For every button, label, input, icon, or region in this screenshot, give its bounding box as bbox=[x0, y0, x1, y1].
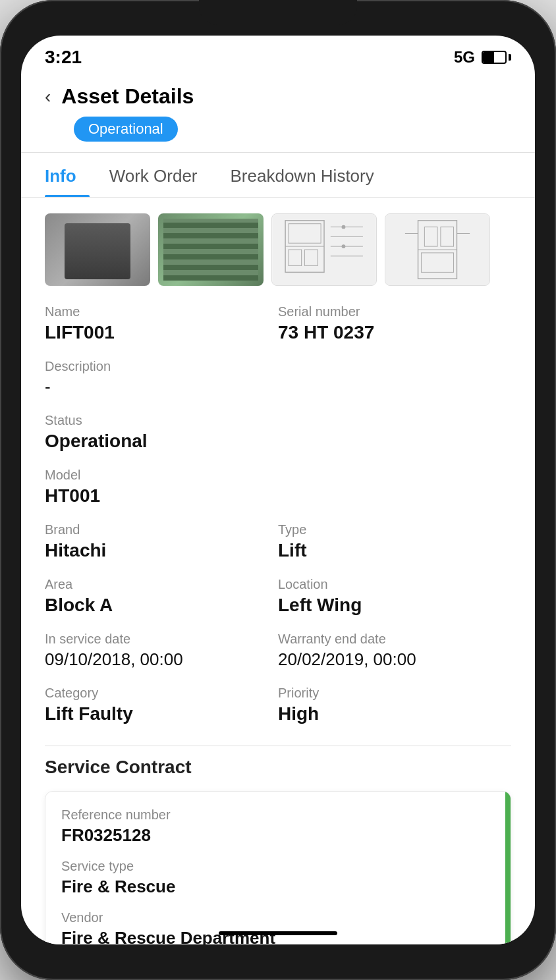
phone-frame: 3:21 5G ‹ Asset Details Operational bbox=[0, 0, 556, 980]
asset-image-diagram1[interactable] bbox=[271, 213, 377, 286]
field-brand: Brand Hitachi bbox=[45, 522, 278, 561]
service-contract-card: Reference number FR0325128 Service type … bbox=[45, 791, 511, 944]
field-status: Status Operational bbox=[45, 413, 511, 452]
back-button[interactable]: ‹ bbox=[45, 86, 51, 107]
field-category: Category Lift Faulty bbox=[45, 686, 278, 724]
field-location: Location Left Wing bbox=[278, 577, 511, 616]
asset-fields: Name LIFT001 Serial number 73 HT 0237 De… bbox=[45, 304, 511, 740]
service-contract-heading: Service Contract bbox=[45, 746, 511, 778]
status-time: 3:21 bbox=[45, 47, 82, 68]
operational-badge: Operational bbox=[74, 117, 178, 142]
asset-image-lift[interactable] bbox=[45, 213, 150, 286]
battery-tip bbox=[509, 54, 511, 61]
service-vendor-row: Vendor Fire & Rescue Department bbox=[61, 910, 495, 944]
header: ‹ Asset Details Operational bbox=[21, 71, 535, 152]
battery-icon bbox=[482, 51, 511, 64]
tab-work-order[interactable]: Work Order bbox=[109, 153, 211, 197]
svg-point-10 bbox=[342, 225, 346, 229]
field-priority: Priority High bbox=[278, 686, 511, 724]
content-area: Name LIFT001 Serial number 73 HT 0237 De… bbox=[21, 198, 535, 944]
home-indicator bbox=[219, 931, 337, 935]
status-right: 5G bbox=[454, 48, 511, 67]
service-type-row: Service type Fire & Rescue bbox=[61, 859, 495, 897]
page-title: Asset Details bbox=[61, 84, 194, 109]
phone-notch bbox=[199, 0, 357, 25]
status-bar: 3:21 5G bbox=[21, 36, 535, 71]
battery-body bbox=[482, 51, 507, 64]
asset-images-row bbox=[45, 213, 511, 286]
header-top: ‹ Asset Details bbox=[45, 84, 511, 109]
asset-image-diagram2[interactable] bbox=[385, 213, 490, 286]
battery-fill bbox=[483, 52, 494, 63]
tabs-container: Info Work Order Breakdown History bbox=[21, 153, 535, 198]
field-name: Name LIFT001 bbox=[45, 304, 278, 343]
field-model: Model HT001 bbox=[45, 468, 511, 506]
network-indicator: 5G bbox=[454, 48, 475, 67]
tab-info[interactable]: Info bbox=[45, 153, 90, 197]
asset-image-panel[interactable] bbox=[158, 213, 264, 286]
tab-breakdown-history[interactable]: Breakdown History bbox=[231, 153, 387, 197]
field-area: Area Block A bbox=[45, 577, 278, 616]
svg-point-11 bbox=[342, 244, 346, 248]
phone-screen: 3:21 5G ‹ Asset Details Operational bbox=[21, 36, 535, 944]
field-warranty: Warranty end date 20/02/2019, 00:00 bbox=[278, 632, 511, 670]
service-card-accent bbox=[505, 792, 511, 944]
field-type: Type Lift bbox=[278, 522, 511, 561]
field-serial: Serial number 73 HT 0237 bbox=[278, 304, 511, 343]
field-description: Description - bbox=[45, 359, 511, 397]
field-in-service: In service date 09/10/2018, 00:00 bbox=[45, 632, 278, 670]
service-reference-row: Reference number FR0325128 bbox=[61, 807, 495, 846]
